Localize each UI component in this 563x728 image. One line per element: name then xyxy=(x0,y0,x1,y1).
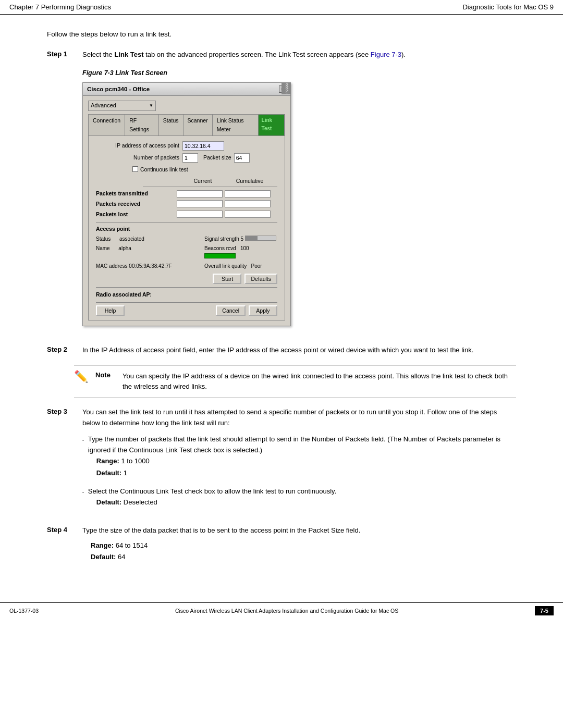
packets-received-current xyxy=(177,200,223,207)
step4-default: Default: 64 xyxy=(91,551,516,563)
radio-ap-label: Radio associated AP: xyxy=(96,290,152,299)
bullet-2-params: Default: Deselected xyxy=(96,497,516,508)
tab-connection[interactable]: Connection xyxy=(89,115,125,135)
tab-status[interactable]: Status xyxy=(159,115,183,135)
dialog-window: Cisco pcm340 - Office ■ Advanced ▼ xyxy=(82,82,291,326)
step-2-content: In the IP Address of access point field,… xyxy=(82,345,516,356)
ap-section: Access point Status associated Signal st… xyxy=(96,222,277,285)
ap-info-row-1: Status associated Signal strength 5 xyxy=(96,235,277,243)
footer-right: 7-5 xyxy=(535,606,554,615)
apply-button[interactable]: Apply xyxy=(249,305,277,316)
continuous-label: Continuous link test xyxy=(140,165,188,174)
packets-input[interactable] xyxy=(182,153,198,163)
cancel-apply-group: Cancel Apply xyxy=(216,305,277,316)
footer-left: OL-1377-03 xyxy=(9,608,39,614)
bullet-1: • Type the number of packets that the li… xyxy=(82,434,516,483)
note-content: Note You can specify the IP address of a… xyxy=(95,371,516,392)
signal-value: 5 xyxy=(241,236,244,242)
param-default-1: Default: 1 xyxy=(96,467,516,479)
packets-transmitted-row: Packets transmitted xyxy=(96,189,277,198)
dialog-body: Advanced ▼ Connection RF Settings Status… xyxy=(83,96,290,326)
start-defaults-buttons: Start Defaults xyxy=(96,274,277,284)
ap-mac-info: MAC address 00:05:9A:38:42:7F xyxy=(96,262,200,270)
continuous-checkbox[interactable] xyxy=(132,166,138,172)
bullet-1-content: Type the number of packets that the link… xyxy=(88,434,516,483)
start-button[interactable]: Start xyxy=(213,274,241,284)
ap-beacons-info: Beacons rcvd 100 xyxy=(204,244,277,261)
step-4-content: Type the size of the data packet that is… xyxy=(82,525,516,567)
tab-content-area: IP address of access point Number of pac… xyxy=(88,136,285,321)
chevron-down-icon: ▼ xyxy=(149,103,153,109)
cancel-button[interactable]: Cancel xyxy=(216,305,246,316)
help-button[interactable]: Help xyxy=(96,305,125,316)
ip-label: IP address of access point xyxy=(96,141,179,150)
signal-bar-container xyxy=(245,236,276,241)
beacons-value: 100 xyxy=(240,245,249,251)
packet-size-label: Packet size xyxy=(203,153,231,162)
footer-center: Cisco Aironet Wireless LAN Client Adapte… xyxy=(39,608,535,614)
packets-transmitted-cumulative xyxy=(225,190,271,198)
tab-link-status-meter[interactable]: Link Status Meter xyxy=(213,115,259,135)
main-content: Follow the steps below to run a link tes… xyxy=(0,15,563,587)
bullet-2-text: Select the Continuous Link Test check bo… xyxy=(88,486,516,497)
dialog-title: Cisco pcm340 - Office xyxy=(87,84,150,94)
step-2-block: Step 2 In the IP Address of access point… xyxy=(47,345,516,356)
current-header: Current xyxy=(179,177,226,186)
dialog-titlebar: Cisco pcm340 - Office ■ xyxy=(83,83,290,96)
packets-lost-current xyxy=(177,211,223,218)
tabs-row: Connection RF Settings Status Scanner Li… xyxy=(88,114,285,136)
ap-quality-info: Overall link quality Poor xyxy=(204,262,277,270)
signal-fill xyxy=(246,236,258,240)
param-range-1: Range: 1 to 1000 xyxy=(96,455,516,467)
advanced-dropdown[interactable]: Advanced ▼ xyxy=(88,101,156,111)
step-4-label: Step 4 xyxy=(47,525,74,567)
packets-lost-row: Packets lost xyxy=(96,210,277,219)
bullet-dot-2: • xyxy=(82,489,84,513)
step-4-params: Range: 64 to 1514 Default: 64 xyxy=(91,540,516,563)
bottom-buttons-row: Help Cancel Apply xyxy=(96,302,277,316)
mac-label: MAC address xyxy=(96,263,129,269)
beacon-bar xyxy=(204,253,236,258)
tab-rf-settings[interactable]: RF Settings xyxy=(125,115,159,135)
tab-link-test[interactable]: Link Test xyxy=(259,115,285,135)
packets-received-row: Packets received xyxy=(96,200,277,208)
beacons-label: Beacons rcvd xyxy=(204,245,239,251)
step4-range: Range: 64 to 1514 xyxy=(91,540,516,551)
step-4-block: Step 4 Type the size of the data packet … xyxy=(47,525,516,567)
signal-bars xyxy=(245,236,276,241)
note-label: Note xyxy=(95,371,117,392)
intro-text: Follow the steps below to run a link tes… xyxy=(47,30,516,38)
cumulative-header: Cumulative xyxy=(226,177,273,186)
ip-input[interactable] xyxy=(182,141,224,151)
step-3-text: You can set the link test to run until i… xyxy=(82,407,516,429)
ip-address-row: IP address of access point xyxy=(96,141,277,151)
ap-name-info: Name alpha xyxy=(96,244,200,261)
step-3-label: Step 3 xyxy=(47,407,74,515)
cisco-badge: 66558 xyxy=(282,82,291,94)
stats-header: Current Cumulative xyxy=(179,177,277,186)
name-label: Name xyxy=(96,245,118,251)
bullet-dot-1: • xyxy=(82,437,84,483)
header-left: Chapter 7 Performing Diagnostics xyxy=(9,3,111,11)
figure-link[interactable]: Figure 7-3 xyxy=(371,51,401,58)
param-default-2: Default: Deselected xyxy=(96,497,516,508)
status-label: Status xyxy=(96,236,119,242)
packets-lost-label: Packets lost xyxy=(96,210,177,219)
packets-received-label: Packets received xyxy=(96,200,177,208)
page-header: Chapter 7 Performing Diagnostics Diagnos… xyxy=(0,0,563,15)
figure-caption: Figure 7-3 Link Test Screen xyxy=(82,68,516,78)
packet-size-input[interactable] xyxy=(234,153,250,163)
ap-signal-info: Signal strength 5 xyxy=(204,235,277,243)
note-icon: ✏️ xyxy=(74,370,88,392)
step-1-block: Step 1 Select the Link Test tab on the a… xyxy=(47,50,516,336)
step-2-label: Step 2 xyxy=(47,345,74,356)
mac-value: 00:05:9A:38:42:7F xyxy=(129,263,172,269)
ap-info-row-2: Name alpha Beacons rcvd 100 xyxy=(96,244,277,261)
ap-info-row-3: MAC address 00:05:9A:38:42:7F Overall li… xyxy=(96,262,277,270)
defaults-button[interactable]: Defaults xyxy=(244,274,277,284)
packet-size-row: Packet size xyxy=(203,153,250,163)
packets-received-cumulative xyxy=(225,200,271,207)
tab-scanner[interactable]: Scanner xyxy=(183,115,213,135)
quality-label: Overall link quality xyxy=(204,263,250,269)
bullet-2-content: Select the Continuous Link Test check bo… xyxy=(88,486,516,513)
